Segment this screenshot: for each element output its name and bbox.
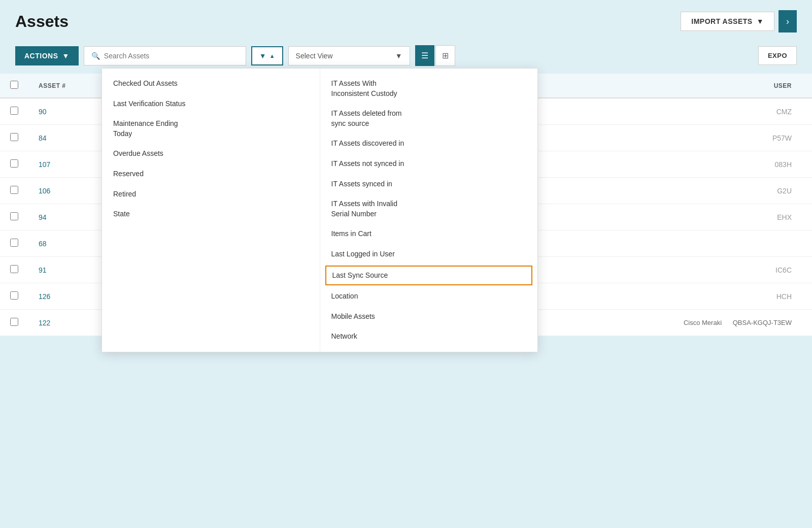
row-checkbox-cell	[0, 125, 28, 151]
grid-icon: ⊞	[442, 51, 449, 60]
dropdown-col-2: IT Assets WithInconsistent Custody IT As…	[320, 69, 538, 352]
page-title: Assets	[15, 12, 69, 31]
sync-serial: QBSA-KGQJ-T3EW	[733, 319, 792, 326]
dropdown-item-deleted-sync[interactable]: IT Assets deleted fromsync source	[320, 104, 538, 134]
row-checkbox-cell	[0, 257, 28, 283]
export-label: EXPO	[768, 52, 787, 59]
row-checkbox[interactable]	[10, 107, 18, 115]
action-icon-button[interactable]: ›	[779, 10, 797, 32]
dropdown-item-verification[interactable]: Last Verification Status	[102, 94, 320, 114]
select-view-chevron: ▼	[395, 52, 402, 60]
dropdown-item-overdue[interactable]: Overdue Assets	[102, 144, 320, 164]
row-checkbox[interactable]	[10, 265, 18, 273]
select-view-label: Select View	[296, 52, 333, 60]
filter-icon: ▼	[259, 52, 266, 60]
row-checkbox-cell	[0, 151, 28, 178]
dropdown-item-discovered[interactable]: IT Assets discovered in	[320, 134, 538, 154]
dropdown-item-checked-out[interactable]: Checked Out Assets	[102, 74, 320, 94]
dropdown-item-inconsistent-custody[interactable]: IT Assets WithInconsistent Custody	[320, 74, 538, 104]
row-checkbox[interactable]	[10, 159, 18, 168]
row-checkbox[interactable]	[10, 318, 18, 326]
row-checkbox[interactable]	[10, 212, 18, 220]
row-checkbox-cell	[0, 283, 28, 310]
row-checkbox[interactable]	[10, 133, 18, 141]
dropdown-item-reserved[interactable]: Reserved	[102, 164, 320, 184]
dropdown-item-invalid-serial[interactable]: IT Assets with InvalidSerial Number	[320, 194, 538, 224]
row-checkbox-cell	[0, 204, 28, 230]
toolbar: ACTIONS ▼ 🔍 ▼ ▲ Select View ▼ ☰ ⊞ EXPO C…	[0, 40, 812, 74]
dropdown-item-network[interactable]: Network	[320, 326, 538, 347]
dropdown-item-retired[interactable]: Retired	[102, 184, 320, 205]
dropdown-col-1: Checked Out Assets Last Verification Sta…	[102, 69, 320, 352]
dropdown-item-synced[interactable]: IT Assets synced in	[320, 174, 538, 194]
select-all-checkbox[interactable]	[10, 81, 18, 89]
import-dropdown-icon: ▼	[757, 17, 764, 25]
row-checkbox-cell	[0, 230, 28, 257]
row-checkbox[interactable]	[10, 239, 18, 247]
export-button[interactable]: EXPO	[758, 46, 797, 65]
dropdown-item-last-logged[interactable]: Last Logged in User	[320, 244, 538, 265]
view-toggle-group: ☰ ⊞	[415, 45, 455, 66]
import-assets-button[interactable]: IMPORT ASSETS ▼	[681, 12, 774, 31]
row-checkbox-cell	[0, 310, 28, 336]
row-checkbox[interactable]	[10, 186, 18, 194]
dropdown-item-items-in-cart[interactable]: Items in Cart	[320, 224, 538, 244]
actions-button[interactable]: ACTIONS ▼	[15, 46, 79, 65]
dropdown-item-mobile[interactable]: Mobile Assets	[320, 307, 538, 327]
sort-icon: ▲	[269, 53, 275, 59]
sync-source: Cisco Meraki	[684, 319, 722, 326]
select-all-header	[0, 74, 28, 98]
dropdown-item-maintenance[interactable]: Maintenance EndingToday	[102, 114, 320, 144]
select-view-dropdown[interactable]: Select View ▼	[288, 46, 410, 65]
row-checkbox[interactable]	[10, 291, 18, 300]
dropdown-item-not-synced[interactable]: IT Assets not synced in	[320, 154, 538, 174]
dropdown-item-location[interactable]: Location	[320, 286, 538, 307]
import-assets-label: IMPORT ASSETS	[691, 17, 752, 25]
filter-dropdown: Checked Out Assets Last Verification Sta…	[101, 68, 538, 352]
page-header: Assets IMPORT ASSETS ▼ ›	[0, 0, 812, 40]
dropdown-item-last-sync-source[interactable]: Last Sync Source	[325, 266, 533, 286]
search-container: 🔍	[84, 46, 246, 65]
row-checkbox-cell	[0, 98, 28, 125]
search-input[interactable]	[104, 52, 239, 60]
grid-view-button[interactable]: ⊞	[435, 45, 455, 66]
list-view-button[interactable]: ☰	[415, 45, 434, 66]
filter-button[interactable]: ▼ ▲	[251, 46, 283, 65]
dropdown-item-state[interactable]: State	[102, 204, 320, 224]
list-icon: ☰	[421, 51, 428, 60]
actions-dropdown-icon: ▼	[62, 52, 70, 60]
search-icon: 🔍	[91, 52, 100, 60]
actions-label: ACTIONS	[24, 52, 58, 60]
row-checkbox-cell	[0, 178, 28, 204]
chevron-icon: ›	[786, 16, 789, 27]
